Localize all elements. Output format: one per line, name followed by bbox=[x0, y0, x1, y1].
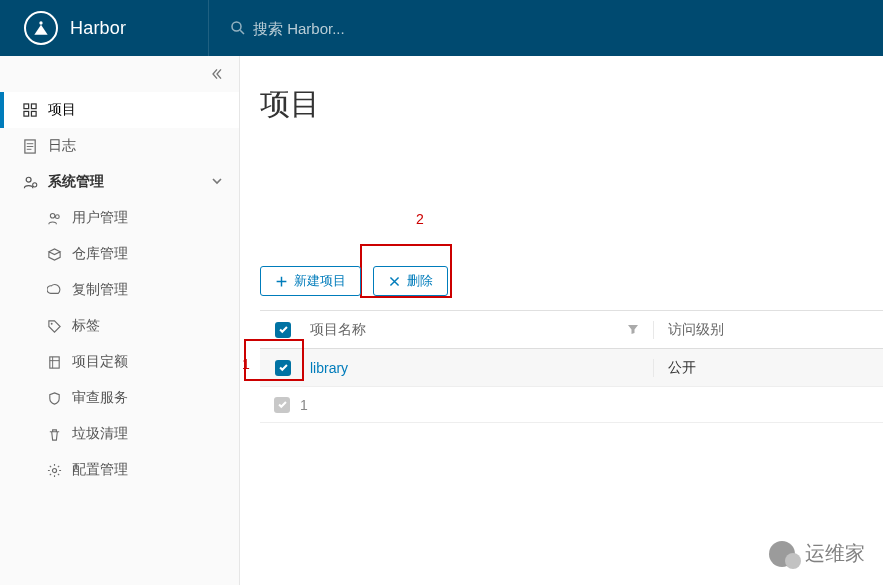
sidebar-item-repos[interactable]: 仓库管理 bbox=[0, 236, 239, 272]
svg-rect-6 bbox=[31, 111, 36, 116]
sidebar-item-replication[interactable]: 复制管理 bbox=[0, 272, 239, 308]
sidebar-item-projects[interactable]: 项目 bbox=[0, 92, 239, 128]
project-access: 公开 bbox=[653, 359, 883, 377]
select-all-checkbox[interactable] bbox=[275, 322, 291, 338]
plus-icon bbox=[275, 275, 288, 288]
app-header: Harbor bbox=[0, 0, 883, 56]
delete-button[interactable]: 删除 bbox=[373, 266, 448, 296]
sidebar-item-label: 日志 bbox=[48, 137, 76, 155]
table-header-row: 项目名称 访问级别 bbox=[260, 311, 883, 349]
table-footer: 1 bbox=[260, 387, 883, 423]
replication-icon bbox=[46, 283, 62, 298]
close-icon bbox=[388, 275, 401, 288]
quota-icon bbox=[46, 355, 62, 370]
wechat-icon bbox=[769, 541, 795, 567]
main-content: 项目 2 新建项目 删除 项目名称 bbox=[240, 56, 883, 585]
sidebar-item-quota[interactable]: 项目定额 bbox=[0, 344, 239, 380]
svg-point-14 bbox=[55, 214, 59, 218]
delete-label: 删除 bbox=[407, 272, 433, 290]
svg-line-2 bbox=[240, 30, 244, 34]
chevron-down-icon bbox=[211, 174, 223, 190]
sidebar-item-label: 垃圾清理 bbox=[72, 425, 128, 443]
annotation-step-2: 2 bbox=[416, 211, 424, 227]
sidebar-item-label: 复制管理 bbox=[72, 281, 128, 299]
column-header-access[interactable]: 访问级别 bbox=[653, 321, 883, 339]
logs-icon bbox=[22, 139, 38, 154]
sidebar-item-label: 仓库管理 bbox=[72, 245, 128, 263]
sidebar-item-label: 项目 bbox=[48, 101, 76, 119]
selected-count: 1 bbox=[300, 397, 308, 413]
watermark-text: 运维家 bbox=[805, 540, 865, 567]
projects-icon bbox=[22, 103, 38, 118]
new-project-button[interactable]: 新建项目 bbox=[260, 266, 361, 296]
svg-point-15 bbox=[50, 322, 52, 324]
harbor-logo-icon bbox=[24, 11, 58, 45]
admin-icon bbox=[22, 175, 38, 190]
sidebar-item-gc[interactable]: 垃圾清理 bbox=[0, 416, 239, 452]
svg-rect-5 bbox=[23, 111, 28, 116]
sidebar-item-logs[interactable]: 日志 bbox=[0, 128, 239, 164]
sidebar-item-scan[interactable]: 审查服务 bbox=[0, 380, 239, 416]
scan-icon bbox=[46, 391, 62, 406]
config-icon bbox=[46, 463, 62, 478]
footer-select-icon bbox=[274, 397, 290, 413]
tag-icon bbox=[46, 319, 62, 334]
page-title: 项目 bbox=[260, 84, 883, 125]
svg-point-1 bbox=[232, 22, 241, 31]
search-input[interactable] bbox=[253, 20, 493, 37]
search-icon bbox=[229, 19, 247, 37]
chevron-double-left-icon bbox=[209, 66, 225, 82]
global-search[interactable] bbox=[208, 0, 883, 56]
sidebar: 项目 日志 系统管理 用户管理 仓库管理 复制管理 bbox=[0, 56, 240, 585]
toolbar: 新建项目 删除 bbox=[260, 266, 448, 296]
table-row[interactable]: library 公开 bbox=[260, 349, 883, 387]
sidebar-item-config[interactable]: 配置管理 bbox=[0, 452, 239, 488]
projects-table: 项目名称 访问级别 library 公开 bbox=[260, 310, 883, 423]
sidebar-item-label: 用户管理 bbox=[72, 209, 128, 227]
row-checkbox[interactable] bbox=[275, 360, 291, 376]
sidebar-item-label: 配置管理 bbox=[72, 461, 128, 479]
column-header-name[interactable]: 项目名称 bbox=[306, 321, 653, 339]
sidebar-item-label: 项目定额 bbox=[72, 353, 128, 371]
annotation-step-1: 1 bbox=[242, 356, 250, 372]
sidebar-item-label: 系统管理 bbox=[48, 173, 104, 191]
svg-point-11 bbox=[26, 177, 31, 182]
brand: Harbor bbox=[0, 11, 208, 45]
sidebar-item-labels[interactable]: 标签 bbox=[0, 308, 239, 344]
svg-rect-16 bbox=[49, 356, 58, 367]
project-name-link[interactable]: library bbox=[310, 360, 348, 376]
sidebar-item-label: 审查服务 bbox=[72, 389, 128, 407]
watermark: 运维家 bbox=[769, 540, 865, 567]
new-project-label: 新建项目 bbox=[294, 272, 346, 290]
sidebar-item-label: 标签 bbox=[72, 317, 100, 335]
svg-point-0 bbox=[39, 21, 42, 24]
gc-icon bbox=[46, 427, 62, 442]
sidebar-item-users[interactable]: 用户管理 bbox=[0, 200, 239, 236]
sidebar-item-admin[interactable]: 系统管理 bbox=[0, 164, 239, 200]
repos-icon bbox=[46, 247, 62, 262]
svg-rect-3 bbox=[23, 103, 28, 108]
brand-name: Harbor bbox=[70, 18, 126, 39]
svg-point-13 bbox=[50, 213, 55, 218]
users-icon bbox=[46, 211, 62, 226]
svg-rect-4 bbox=[31, 103, 36, 108]
sidebar-collapse-button[interactable] bbox=[0, 56, 239, 92]
filter-icon[interactable] bbox=[627, 322, 639, 338]
svg-point-19 bbox=[52, 468, 56, 472]
svg-point-12 bbox=[32, 182, 36, 186]
